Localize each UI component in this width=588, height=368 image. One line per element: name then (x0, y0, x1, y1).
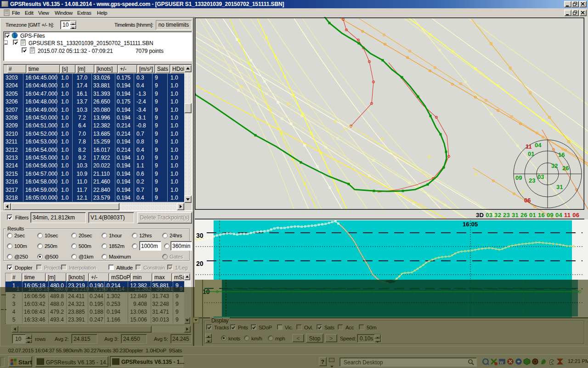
svg-text:26: 26 (562, 165, 569, 172)
svg-text:16: 16 (558, 151, 565, 158)
svg-text:03: 03 (537, 173, 544, 180)
svg-text:06: 06 (524, 197, 531, 204)
svg-text:31: 31 (556, 184, 563, 190)
svg-text:3D 03 32 23 31 26 01 16 09 04: 3D 03 32 23 31 26 01 16 09 04 11 06 (476, 212, 579, 218)
svg-text:16:05: 16:05 (463, 221, 478, 228)
svg-text:11: 11 (526, 143, 532, 150)
svg-text:04: 04 (535, 142, 542, 149)
svg-text:01: 01 (528, 150, 534, 157)
svg-text:20: 20 (196, 260, 204, 267)
svg-text:32: 32 (551, 162, 558, 169)
svg-text:09: 09 (515, 174, 522, 181)
svg-text:23: 23 (529, 177, 535, 184)
